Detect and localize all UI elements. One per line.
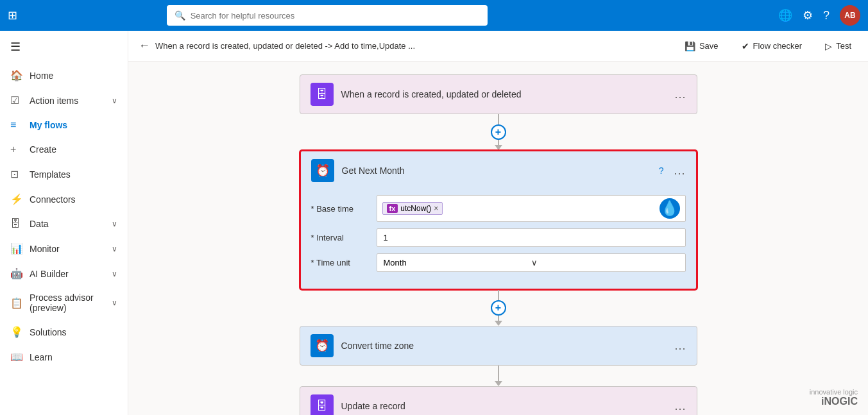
- help-icon[interactable]: ?: [659, 165, 664, 176]
- convert-time-zone-block[interactable]: ⏰ Convert time zone ...: [300, 326, 697, 366]
- add-step-button-2[interactable]: +: [491, 300, 506, 316]
- sidebar-label-process-advisor: Process advisor (preview): [30, 292, 105, 313]
- trigger-icon-wrap: 🗄: [311, 83, 334, 106]
- get-next-month-body: * Base time fx utcNow() × 💧 * Interv: [301, 190, 696, 289]
- get-next-month-more-button[interactable]: ...: [674, 164, 685, 178]
- token-close-button[interactable]: ×: [434, 204, 438, 213]
- back-button[interactable]: ←: [139, 39, 150, 53]
- settings-icon[interactable]: ⚙: [803, 8, 813, 22]
- monitor-icon: 📊: [10, 242, 23, 255]
- connector-arrow-1: [495, 145, 502, 150]
- sidebar-label-data: Data: [30, 219, 49, 229]
- time-unit-select[interactable]: Month ∨: [377, 253, 686, 272]
- trigger-more-button[interactable]: ...: [674, 88, 686, 101]
- world-icon[interactable]: 🌐: [778, 8, 792, 22]
- sidebar-item-connectors[interactable]: ⚡ Connectors: [0, 187, 128, 212]
- sidebar-label-my-flows: My flows: [30, 120, 67, 130]
- connector-line-1b: [498, 140, 499, 145]
- sidebar-item-monitor[interactable]: 📊 Monitor ∨: [0, 236, 128, 261]
- flow-checker-icon: ✔: [742, 41, 749, 51]
- sidebar-label-learn: Learn: [30, 352, 53, 362]
- convert-clock-icon: ⏰: [315, 339, 329, 353]
- connector-line-2: [498, 290, 499, 300]
- interval-input[interactable]: [377, 228, 686, 247]
- convert-time-zone-title: Convert time zone: [341, 341, 667, 351]
- topbar-right: 🌐 ⚙ ? AB: [778, 5, 860, 26]
- watermark-line2: iNOGIC: [810, 396, 858, 407]
- main-layout: ☰ 🏠 Home ☑ Action items ∨ ≡ My flows + C…: [0, 31, 868, 415]
- save-icon: 💾: [685, 41, 695, 51]
- token-value: utcNow(): [400, 204, 431, 213]
- sidebar-item-home[interactable]: 🏠 Home: [0, 63, 128, 88]
- connector-3: [495, 366, 502, 386]
- time-unit-value: Month: [384, 258, 531, 267]
- action-items-icon: ☑: [10, 94, 23, 106]
- sidebar-label-action-items: Action items: [30, 96, 78, 106]
- data-icon: 🗄: [10, 218, 23, 230]
- sidebar-item-templates[interactable]: ⊡ Templates: [0, 162, 128, 187]
- my-flows-icon: ≡: [10, 119, 23, 131]
- sidebar-label-create: Create: [30, 144, 56, 155]
- sidebar-label-ai-builder: AI Builder: [30, 269, 69, 279]
- search-bar: 🔍: [167, 5, 488, 26]
- sidebar-label-solutions: Solutions: [30, 327, 67, 337]
- add-step-button-1[interactable]: +: [491, 124, 506, 140]
- connector-line-1: [498, 114, 499, 124]
- sidebar-label-home: Home: [30, 71, 53, 81]
- data-chevron-icon: ∨: [112, 219, 117, 228]
- hamburger-icon[interactable]: ☰: [0, 31, 128, 63]
- watermark-line1: innovative logic: [810, 388, 858, 396]
- utcnow-token: fx utcNow() ×: [382, 202, 443, 215]
- trigger-block[interactable]: 🗄 When a record is created, updated or d…: [300, 74, 697, 114]
- connectors-icon: ⚡: [10, 193, 23, 205]
- interval-label: * Interval: [311, 233, 369, 242]
- convert-time-zone-more-button[interactable]: ...: [674, 339, 686, 353]
- search-input[interactable]: [191, 11, 480, 21]
- home-icon: 🏠: [10, 69, 23, 81]
- sidebar-item-learn[interactable]: 📖 Learn: [0, 344, 128, 369]
- help-icon[interactable]: ?: [823, 9, 830, 22]
- connector-arrow-2: [495, 321, 502, 326]
- connector-line-3: [498, 366, 499, 381]
- sidebar-item-process-advisor[interactable]: 📋 Process advisor (preview) ∨: [0, 286, 128, 319]
- chevron-down-icon: ∨: [112, 96, 117, 105]
- base-time-input[interactable]: fx utcNow() × 💧: [377, 195, 686, 222]
- get-next-month-header: ⏰ Get Next Month ? ...: [301, 151, 696, 190]
- content-area: ← When a record is created, updated or d…: [128, 31, 868, 415]
- sidebar: ☰ 🏠 Home ☑ Action items ∨ ≡ My flows + C…: [0, 31, 128, 415]
- learn-icon: 📖: [10, 351, 23, 363]
- watermark: innovative logic iNOGIC: [810, 388, 858, 407]
- avatar[interactable]: AB: [840, 5, 860, 26]
- sidebar-item-solutions[interactable]: 💡 Solutions: [0, 319, 128, 344]
- base-time-row: * Base time fx utcNow() × 💧: [311, 195, 686, 222]
- process-advisor-chevron-icon: ∨: [112, 298, 117, 307]
- sidebar-label-monitor: Monitor: [30, 244, 60, 254]
- search-icon: 🔍: [174, 10, 185, 21]
- test-icon: ▷: [825, 41, 832, 51]
- sidebar-item-my-flows[interactable]: ≡ My flows: [0, 113, 128, 137]
- sidebar-item-ai-builder[interactable]: 🤖 AI Builder ∨: [0, 261, 128, 286]
- ai-builder-icon: 🤖: [10, 267, 23, 280]
- connector-arrow-3: [495, 381, 502, 386]
- update-record-more-button[interactable]: ...: [674, 400, 686, 413]
- sidebar-item-data[interactable]: 🗄 Data ∨: [0, 212, 128, 236]
- breadcrumb: When a record is created, updated or del…: [155, 41, 673, 51]
- base-time-label: * Base time: [311, 204, 369, 214]
- clock-icon: ⏰: [316, 164, 330, 178]
- test-button[interactable]: ▷ Test: [819, 37, 858, 55]
- time-unit-label: * Time unit: [311, 258, 369, 267]
- sidebar-item-action-items[interactable]: ☑ Action items ∨: [0, 88, 128, 113]
- trigger-title: When a record is created, updated or del…: [341, 89, 667, 99]
- trigger-header: 🗄 When a record is created, updated or d…: [300, 75, 697, 114]
- flow-checker-button[interactable]: ✔ Flow checker: [735, 37, 809, 55]
- grid-icon[interactable]: ⊞: [8, 8, 17, 22]
- convert-time-zone-icon-wrap: ⏰: [311, 334, 334, 357]
- sidebar-item-create[interactable]: + Create: [0, 137, 128, 162]
- dynamic-content-button[interactable]: 💧: [660, 198, 680, 219]
- save-button[interactable]: 💾 Save: [678, 37, 725, 55]
- update-record-block[interactable]: 🗄 Update a record ...: [300, 386, 697, 415]
- get-next-month-block[interactable]: ⏰ Get Next Month ? ... * Base time fx ut…: [300, 150, 697, 290]
- get-next-month-title: Get Next Month: [342, 165, 651, 176]
- update-db-icon: 🗄: [316, 400, 328, 413]
- connector-1: +: [491, 114, 506, 150]
